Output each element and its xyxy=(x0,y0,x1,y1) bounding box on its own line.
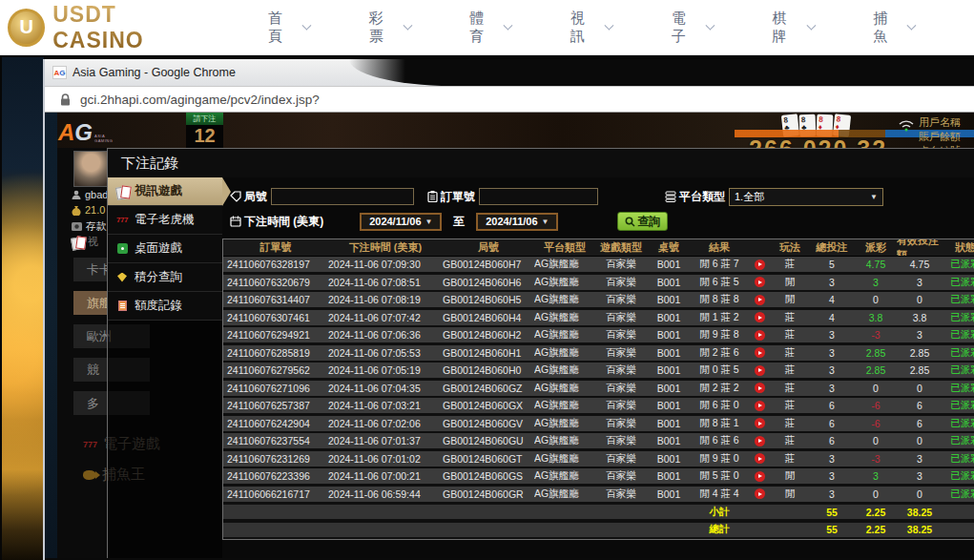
cell-order: 241106076223396 xyxy=(223,468,328,484)
cell-result: 閒 6 莊 6 xyxy=(691,433,748,448)
nav-item-home[interactable]: 首頁 xyxy=(268,10,310,46)
subtotal-row-cell xyxy=(943,505,974,519)
cell-payout: 2.85 xyxy=(855,363,897,378)
replay-icon[interactable] xyxy=(748,381,771,396)
play-button-icon[interactable] xyxy=(755,471,765,482)
cell-table: B001 xyxy=(647,257,691,272)
cell-table: B001 xyxy=(647,310,691,325)
nav-label: 體育 xyxy=(469,10,496,46)
play-button-icon[interactable] xyxy=(755,383,765,393)
replay-icon[interactable] xyxy=(748,416,771,431)
cell-time: 2024-11-06 06:59:44 xyxy=(328,487,443,502)
nav-label: 電子 xyxy=(672,10,698,46)
cell-platform: AG旗艦廳 xyxy=(534,468,595,484)
site-header: U USDT CASINO 首頁 彩票 體育 視訊 電子 棋牌 捕魚 xyxy=(0,0,974,55)
cell-bet: 6 xyxy=(809,416,855,431)
play-button-icon[interactable] xyxy=(755,453,765,464)
cell-game: 百家樂 xyxy=(595,292,647,307)
cell-platform: AG旗艦廳 xyxy=(534,451,595,467)
sidebar-item-table-games[interactable]: 桌面遊戲 xyxy=(108,235,222,263)
round-number-input[interactable] xyxy=(271,188,414,205)
replay-icon[interactable] xyxy=(748,257,771,272)
cell-order: 241106076328197 xyxy=(223,257,328,272)
play-button-icon[interactable] xyxy=(755,488,765,499)
replay-icon[interactable] xyxy=(748,292,771,307)
subtotal-row-cell xyxy=(443,505,534,519)
replay-icon[interactable] xyxy=(748,327,771,342)
nav-item-sports[interactable]: 體育 xyxy=(469,10,511,46)
replay-icon[interactable] xyxy=(748,487,771,502)
play-button-icon[interactable] xyxy=(755,365,765,376)
nav-label: 棋牌 xyxy=(773,10,799,46)
play-button-icon[interactable] xyxy=(755,277,765,287)
play-button-icon[interactable] xyxy=(755,312,765,322)
play-button-icon[interactable] xyxy=(755,436,765,446)
order-number-input[interactable] xyxy=(479,188,598,205)
cell-result: 閒 6 莊 7 xyxy=(691,257,748,272)
play-button-icon[interactable] xyxy=(755,347,765,358)
cell-round: GB00124B060GT xyxy=(443,451,534,467)
replay-icon[interactable] xyxy=(748,433,771,448)
total-row-cell xyxy=(443,523,534,537)
site-logo[interactable]: U USDT CASINO xyxy=(8,2,211,53)
total-row-cell: 2.25 xyxy=(855,523,897,537)
play-button-icon[interactable] xyxy=(755,418,765,428)
cell-payout: 3 xyxy=(855,275,897,290)
sidebar-item-slots[interactable]: 777 電子老虎機 xyxy=(108,206,222,235)
replay-icon[interactable] xyxy=(748,310,771,325)
nav-label: 捕魚 xyxy=(873,10,900,46)
cell-time: 2024-11-06 07:02:06 xyxy=(328,416,443,431)
cell-bet: 3 xyxy=(809,327,855,342)
cell-payout: 0 xyxy=(855,487,897,502)
cell-valid: 3 xyxy=(897,327,943,342)
nav-item-lottery[interactable]: 彩票 xyxy=(369,10,411,46)
replay-icon[interactable] xyxy=(748,345,771,361)
cell-valid: 3 xyxy=(897,275,943,290)
money-bag-icon xyxy=(72,205,81,216)
chrome-urlbar[interactable]: gci.2hhapi.com/agingame/pcv2/index.jsp? xyxy=(45,86,974,113)
replay-icon[interactable] xyxy=(748,451,771,467)
total-row-cell: 55 xyxy=(809,523,855,537)
cell-result: 閒 2 莊 6 xyxy=(691,345,748,361)
play-button-icon[interactable] xyxy=(755,401,765,411)
platform-type-select[interactable]: 1.全部 ▼ xyxy=(729,188,883,206)
replay-icon[interactable] xyxy=(748,468,771,484)
nav-item-live[interactable]: 視訊 xyxy=(570,10,612,46)
play-button-icon[interactable] xyxy=(755,259,765,270)
replay-icon[interactable] xyxy=(748,275,771,290)
play-button-icon[interactable] xyxy=(755,295,765,305)
slot-machine-icon: 777 xyxy=(114,216,130,224)
url-text[interactable]: gci.2hhapi.com/agingame/pcv2/index.jsp? xyxy=(80,93,320,107)
sidebar-item-points-inquiry[interactable]: 積分查詢 xyxy=(108,263,222,292)
replay-icon[interactable] xyxy=(748,398,771,413)
nav-item-fishing[interactable]: 捕魚 xyxy=(873,10,915,46)
total-row-cell xyxy=(595,523,647,537)
cell-play: 閒 xyxy=(771,487,809,502)
cell-game: 百家樂 xyxy=(595,327,647,342)
nav-item-slots[interactable]: 電子 xyxy=(672,10,714,46)
cell-valid: 2.85 xyxy=(897,345,943,361)
chrome-titlebar[interactable]: AG Asia Gaming - Google Chrome xyxy=(45,59,974,86)
cell-round: GB00124B060GV xyxy=(443,416,534,431)
replay-icon[interactable] xyxy=(748,363,771,378)
cell-table: B001 xyxy=(647,381,691,396)
play-button-icon[interactable] xyxy=(755,330,765,341)
cell-round: GB00124B060GR xyxy=(443,487,534,502)
cell-table: B001 xyxy=(647,433,691,448)
sidebar-item-credit-records[interactable]: 額度記錄 xyxy=(108,292,222,321)
sidebar-item-video-games[interactable]: 視訊遊戲 xyxy=(108,177,222,206)
total-row-cell xyxy=(534,523,595,537)
cell-order: 241106076237554 xyxy=(223,433,328,448)
date-to-select[interactable]: 2024/11/06 ▼ xyxy=(476,213,558,231)
cell-time: 2024-11-06 07:06:36 xyxy=(328,327,443,342)
cell-payout: 3.8 xyxy=(855,310,897,325)
cell-status: 已派彩 xyxy=(943,398,974,413)
cell-table: B001 xyxy=(647,363,691,378)
cell-game: 百家樂 xyxy=(595,310,647,325)
search-button[interactable]: 查詢 xyxy=(617,212,668,231)
modal-main: 局號 訂單號 平台類型 xyxy=(222,177,974,558)
date-from-select[interactable]: 2024/11/06 ▼ xyxy=(360,213,442,231)
cell-valid: 0 xyxy=(897,292,943,307)
nav-item-board[interactable]: 棋牌 xyxy=(773,10,815,46)
column-header: 桌號 xyxy=(647,239,691,256)
